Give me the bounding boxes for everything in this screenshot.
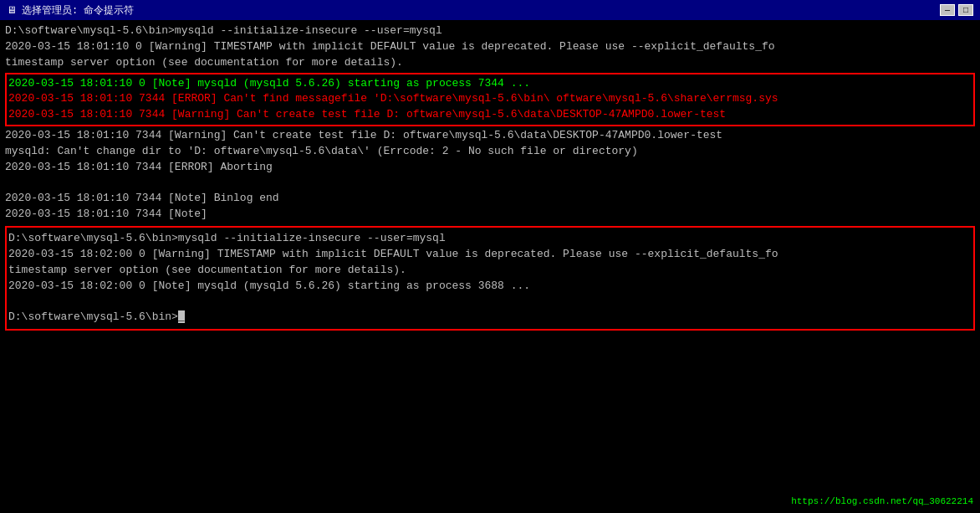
line-note2: 2020-03-15 18:01:10 7344 [Note] bbox=[5, 207, 975, 223]
title-bar: 🖥 选择管理员: 命令提示符 — □ bbox=[0, 0, 980, 20]
terminal-body: D:\software\mysql-5.6\bin>mysqld --initi… bbox=[0, 20, 980, 337]
cmd-icon: 🖥 bbox=[7, 4, 17, 17]
line-warn2: 2020-03-15 18:01:10 7344 [Warning] Can't… bbox=[8, 107, 972, 123]
watermark: https://blog.csdn.net/qq_30622214 bbox=[791, 496, 973, 506]
line-err2: 2020-03-15 18:01:10 7344 [ERROR] Abortin… bbox=[5, 160, 975, 176]
minimize-button[interactable]: — bbox=[940, 4, 955, 16]
line-binlog: 2020-03-15 18:01:10 7344 [Note] Binlog e… bbox=[5, 191, 975, 207]
line-warn4: 2020-03-15 18:02:00 0 [Warning] TIMESTAM… bbox=[8, 247, 972, 263]
line-err1: 2020-03-15 18:01:10 7344 [ERROR] Can't f… bbox=[8, 91, 972, 107]
line-blank2 bbox=[8, 295, 972, 310]
line-dir1: mysqld: Can't change dir to 'D: oftware\… bbox=[5, 144, 975, 160]
title-text: 选择管理员: 命令提示符 bbox=[22, 3, 134, 18]
line-prompt: D:\software\mysql-5.6\bin>_ bbox=[8, 310, 972, 326]
line-warn3: 2020-03-15 18:01:10 7344 [Warning] Can't… bbox=[5, 128, 975, 144]
line-cmd1: D:\software\mysql-5.6\bin>mysqld --initi… bbox=[5, 23, 975, 39]
line-warn1: 2020-03-15 18:01:10 0 [Warning] TIMESTAM… bbox=[5, 39, 975, 55]
maximize-button[interactable]: □ bbox=[958, 4, 973, 16]
line-note3: 2020-03-15 18:02:00 0 [Note] mysqld (mys… bbox=[8, 279, 972, 295]
line-warn4b: timestamp server option (see documentati… bbox=[8, 263, 972, 279]
line-blank1 bbox=[5, 176, 975, 192]
line-warn1b: timestamp server option (see documentati… bbox=[5, 55, 975, 71]
line-cmd2: D:\software\mysql-5.6\bin>mysqld --initi… bbox=[8, 231, 972, 247]
line-note1: 2020-03-15 18:01:10 0 [Note] mysqld (mys… bbox=[8, 76, 972, 92]
